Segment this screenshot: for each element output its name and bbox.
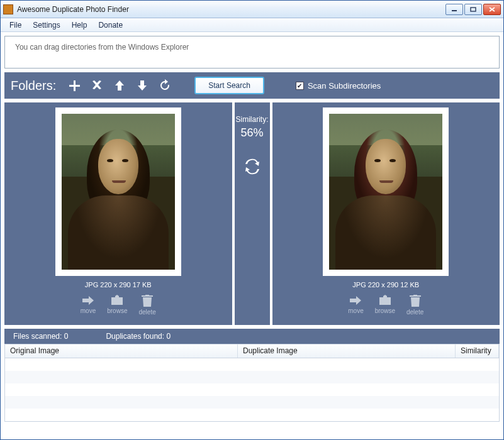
menu-help[interactable]: Help xyxy=(67,19,92,31)
right-image[interactable] xyxy=(323,107,449,276)
table-row xyxy=(5,383,499,396)
menubar: File Settings Help Donate xyxy=(1,18,503,32)
folders-label: Folders: xyxy=(11,79,56,93)
menu-file[interactable]: File xyxy=(4,19,26,31)
duplicates-found: Duplicates found: 0 xyxy=(106,332,171,341)
close-button[interactable] xyxy=(483,4,501,15)
results-table: Original Image Duplicate Image Similarit… xyxy=(4,344,500,422)
col-duplicate[interactable]: Duplicate Image xyxy=(238,344,456,358)
right-browse-button[interactable]: browse xyxy=(375,295,395,316)
table-row xyxy=(5,396,499,409)
scan-subdirs-label: Scan Subdirectories xyxy=(308,81,381,91)
menu-donate[interactable]: Donate xyxy=(93,19,128,31)
window-title: Awesome Duplicate Photo Finder xyxy=(17,5,445,14)
scan-subdirs-checkbox[interactable]: ✔ xyxy=(296,82,304,90)
table-row xyxy=(5,358,499,371)
painting-icon xyxy=(62,114,175,270)
status-bar: Files scanned: 0 Duplicates found: 0 xyxy=(4,329,500,344)
left-image[interactable] xyxy=(55,107,181,276)
col-original[interactable]: Original Image xyxy=(5,344,238,358)
folder-dropzone[interactable]: You can drag directories from the Window… xyxy=(4,36,500,69)
content: You can drag directories from the Window… xyxy=(1,32,503,426)
results-body[interactable] xyxy=(5,358,499,421)
dropzone-hint: You can drag directories from the Window… xyxy=(15,43,189,52)
similarity-label: Similarity: xyxy=(235,115,268,124)
svg-rect-0 xyxy=(452,10,457,11)
right-move-button[interactable]: move xyxy=(348,295,363,316)
left-image-panel: JPG 220 x 290 17 KB move browse delete xyxy=(4,102,232,325)
menu-settings[interactable]: Settings xyxy=(28,19,65,31)
left-move-button[interactable]: move xyxy=(81,295,96,316)
toolbar: Folders: Start Search ✔ Scan Subdirector… xyxy=(4,72,500,99)
right-image-panel: JPG 220 x 290 12 KB move browse delete xyxy=(272,102,500,325)
left-delete-button[interactable]: delete xyxy=(138,295,155,316)
files-scanned: Files scanned: 0 xyxy=(13,332,68,341)
minimize-button[interactable] xyxy=(445,4,463,15)
start-search-button[interactable]: Start Search xyxy=(194,77,264,94)
move-down-button[interactable] xyxy=(134,77,150,94)
painting-icon xyxy=(329,114,442,270)
similarity-value: 56% xyxy=(240,126,263,140)
table-row xyxy=(5,409,499,421)
left-actions: move browse delete xyxy=(81,295,156,316)
remove-folder-button[interactable] xyxy=(89,77,105,94)
move-up-button[interactable] xyxy=(111,77,128,94)
compare-pane: JPG 220 x 290 17 KB move browse delete S… xyxy=(4,102,500,325)
left-file-info: JPG 220 x 290 17 KB xyxy=(85,281,152,289)
add-folder-button[interactable] xyxy=(66,77,82,94)
swap-button[interactable] xyxy=(244,158,260,177)
titlebar: Awesome Duplicate Photo Finder xyxy=(1,1,503,18)
reload-button[interactable] xyxy=(157,77,173,94)
left-browse-button[interactable]: browse xyxy=(107,295,127,316)
right-delete-button[interactable]: delete xyxy=(406,295,423,316)
app-icon xyxy=(3,4,13,14)
right-file-info: JPG 220 x 290 12 KB xyxy=(352,281,419,289)
window-buttons xyxy=(445,4,501,15)
similarity-panel: Similarity: 56% xyxy=(232,102,272,325)
svg-rect-1 xyxy=(471,8,476,11)
col-similarity[interactable]: Similarity xyxy=(456,344,499,358)
scan-subdirectories[interactable]: ✔ Scan Subdirectories xyxy=(296,81,381,91)
table-row xyxy=(5,371,499,383)
results-header: Original Image Duplicate Image Similarit… xyxy=(5,344,499,358)
right-actions: move browse delete xyxy=(348,295,423,316)
maximize-button[interactable] xyxy=(464,4,482,15)
